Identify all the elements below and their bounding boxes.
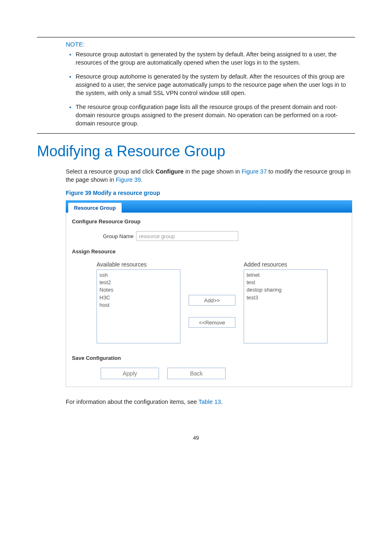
tab-bar: Resource Group bbox=[66, 200, 352, 213]
figure-37-link[interactable]: Figure 37 bbox=[242, 168, 267, 175]
tab-resource-group[interactable]: Resource Group bbox=[68, 203, 122, 213]
text: . bbox=[221, 399, 223, 405]
available-resources-list[interactable]: ssh test2 Notes H3C host bbox=[97, 269, 180, 343]
list-item[interactable]: test2 bbox=[99, 279, 178, 286]
section-assign: Assign Resource bbox=[72, 248, 346, 255]
added-resources-title: Added resources bbox=[244, 261, 327, 268]
note-list: Resource group autostart is generated by… bbox=[66, 50, 355, 127]
list-item[interactable]: H3C bbox=[99, 294, 178, 301]
group-name-label: Group Name bbox=[88, 233, 136, 239]
page-number: 49 bbox=[37, 435, 355, 441]
note-block: NOTE: Resource group autostart is genera… bbox=[37, 41, 355, 127]
figure-caption: Figure 39 Modify a resource group bbox=[66, 190, 355, 196]
note-label: NOTE: bbox=[66, 41, 355, 48]
page-heading: Modifying a Resource Group bbox=[37, 143, 355, 160]
group-name-input[interactable]: resource group bbox=[136, 231, 238, 241]
list-item[interactable]: Notes bbox=[99, 286, 178, 294]
note-item: Resource group autohome is generated by … bbox=[76, 72, 355, 97]
table-13-link[interactable]: Table 13 bbox=[198, 399, 221, 405]
text: Select a resource group and click bbox=[66, 168, 155, 175]
text: . bbox=[141, 176, 143, 183]
apply-button[interactable]: Apply bbox=[101, 368, 159, 379]
list-item[interactable]: test bbox=[247, 279, 325, 286]
list-item[interactable]: telnet bbox=[247, 271, 325, 279]
text: in the page shown in bbox=[184, 168, 242, 175]
available-resources-title: Available resources bbox=[97, 261, 180, 268]
list-item[interactable]: destop sharing bbox=[247, 286, 325, 294]
figure-39-link[interactable]: Figure 39 bbox=[116, 176, 141, 183]
note-item: Resource group autostart is generated by… bbox=[76, 50, 355, 67]
configure-bold: Configure bbox=[155, 168, 183, 175]
note-item: The resource group configuration page li… bbox=[76, 103, 355, 127]
added-resources-list[interactable]: telnet test destop sharing test3 bbox=[244, 269, 327, 343]
section-save: Save Configuration bbox=[72, 355, 346, 361]
intro-paragraph: Select a resource group and click Config… bbox=[66, 167, 355, 184]
add-button[interactable]: Add>> bbox=[189, 295, 235, 306]
back-button[interactable]: Back bbox=[167, 368, 226, 379]
text: For information about the configuration … bbox=[66, 399, 198, 405]
figure-screenshot: Resource Group Configure Resource Group … bbox=[66, 200, 352, 387]
list-item[interactable]: test3 bbox=[247, 294, 325, 301]
list-item[interactable]: host bbox=[99, 301, 178, 309]
section-configure: Configure Resource Group bbox=[72, 218, 346, 225]
outro-paragraph: For information about the configuration … bbox=[66, 398, 355, 406]
list-item[interactable]: ssh bbox=[99, 271, 178, 279]
remove-button[interactable]: <<Remove bbox=[189, 317, 235, 328]
